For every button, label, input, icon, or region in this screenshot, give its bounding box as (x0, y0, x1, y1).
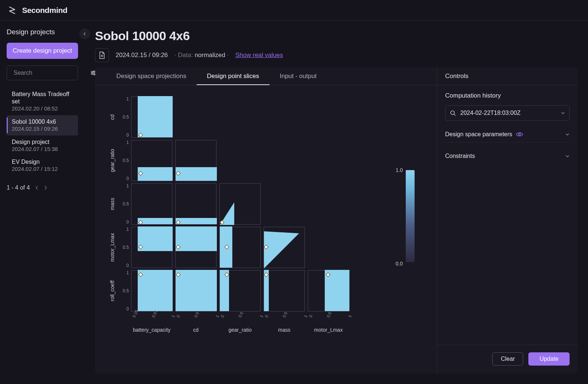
brand-logo-icon (7, 6, 17, 15)
project-search[interactable] (7, 66, 78, 80)
controls-panel: Controls Computation history 2024-02-22T… (437, 67, 578, 374)
accordion-design-params[interactable]: Design space parameters (445, 127, 570, 142)
pairplot-cell (175, 183, 216, 225)
project-date: 2024.02.20 / 08:52 (12, 105, 74, 112)
pairplot-cell (175, 140, 216, 181)
feasible-region (264, 227, 305, 268)
accordion-label: Design space parameters (445, 131, 512, 138)
colorbar-min: 0.0 (396, 261, 403, 267)
update-button[interactable]: Update (528, 352, 570, 366)
pager-range: 1 - 4 of 4 (7, 184, 30, 191)
row-axis-ticks: 10.50 (119, 183, 131, 225)
plot-panel: Design space projectionsDesign point sli… (95, 67, 437, 374)
svg-point-7 (94, 74, 95, 75)
pairplot-cell (131, 270, 172, 311)
project-date: 2024.02.07 / 15:12 (12, 166, 74, 173)
pairplot-cell (264, 140, 305, 181)
pairplot-cell (219, 270, 261, 311)
caret-down-icon (561, 112, 565, 115)
feasible-region (138, 226, 173, 251)
chevron-down-icon (565, 154, 570, 158)
brand-name: Secondmind (22, 6, 67, 15)
document-icon (99, 52, 105, 59)
sidebar-collapse-button[interactable] (80, 29, 90, 39)
project-name: Battery Mass Tradeoff set (12, 91, 74, 105)
create-project-button[interactable]: Create design project (7, 43, 78, 59)
pairplot-cell (219, 227, 261, 268)
pairplot-cell (308, 96, 349, 138)
page-title: Sobol 10000 4x6 (95, 29, 578, 43)
chevron-down-icon (565, 133, 570, 136)
search-icon (450, 110, 456, 116)
clear-button[interactable]: Clear (492, 352, 523, 366)
plot-tab[interactable]: Design point slices (197, 67, 270, 85)
row-axis-ticks: 10.50 (119, 270, 131, 311)
feasible-region (138, 167, 173, 181)
page-timestamp: 2024.02.15 / 09:26 (116, 52, 168, 59)
visibility-toggle[interactable] (516, 132, 523, 137)
chevron-right-icon (44, 186, 47, 190)
pairplot-cell (219, 183, 261, 225)
pairplot-cell (175, 270, 216, 311)
pairplot-cell (308, 227, 349, 268)
col-axis-labels: battery_capacitycdgear_ratiomassmotor_Lm… (131, 327, 356, 333)
pager-next-button[interactable] (44, 186, 47, 190)
chevron-left-icon (83, 32, 87, 36)
project-search-input[interactable] (14, 70, 87, 76)
row-axis-label: roll_coeff (106, 270, 119, 311)
feasible-region (138, 270, 173, 311)
page-meta: 2024.02.15 / 09:26 · Data: normalized · … (95, 48, 578, 62)
main-content: Sobol 10000 4x6 2024.02.15 / 09:26 · Dat… (85, 21, 588, 384)
row-axis-label: mass (106, 183, 119, 225)
feasible-region (220, 184, 261, 225)
plot-tab[interactable]: Design space projections (106, 67, 197, 85)
workspace: Design space projectionsDesign point sli… (95, 67, 578, 374)
feasible-region (176, 270, 217, 311)
row-axis-ticks: 10.50 (119, 96, 131, 138)
pairplot-cell (175, 96, 216, 138)
svg-point-5 (93, 71, 95, 72)
project-item[interactable]: Design project2024.02.07 / 15:38 (7, 135, 78, 156)
project-item[interactable]: EV Design2024.02.07 / 15:12 (7, 155, 78, 176)
pairplot-cell (131, 140, 172, 181)
document-icon-button[interactable] (95, 48, 109, 62)
accordion-label: Constraints (445, 153, 475, 159)
chevron-left-icon (35, 186, 39, 190)
pager-prev-button[interactable] (35, 186, 39, 190)
colorbar-max: 1.0 (396, 167, 403, 173)
project-list: Battery Mass Tradeoff set2024.02.20 / 08… (7, 88, 78, 176)
eye-icon (516, 132, 523, 137)
history-select[interactable]: 2024-02-22T18:03:00Z (445, 105, 570, 121)
svg-point-6 (91, 72, 93, 74)
filter-settings-button[interactable] (90, 70, 96, 76)
pairplot-cell (308, 140, 349, 181)
pairplot-grid: cd10.50gear_ratio10.50mass10.50motor_Lma… (106, 96, 356, 333)
feasible-region (138, 96, 173, 137)
history-label: Computation history (445, 92, 570, 99)
pairplot-cell (264, 270, 305, 311)
project-item[interactable]: Battery Mass Tradeoff set2024.02.20 / 08… (7, 88, 78, 115)
svg-point-14 (519, 133, 521, 135)
pairplot-cell (308, 183, 349, 225)
project-item[interactable]: Sobol 10000 4x62024.02.15 / 09:26 (7, 115, 78, 135)
plot-tab[interactable]: Input - output (270, 67, 327, 85)
feasible-region (176, 167, 217, 181)
project-date: 2024.02.15 / 09:26 (12, 126, 74, 133)
pairplot-cell (219, 140, 261, 181)
sliders-icon (90, 70, 96, 76)
show-real-values-link[interactable]: Show real values (235, 52, 283, 59)
feasible-region (138, 218, 173, 224)
sidebar-title: Design projects (7, 28, 78, 36)
pairplot-cell (219, 96, 261, 138)
pairplot-cell (264, 96, 305, 138)
project-date: 2024.02.07 / 15:38 (12, 146, 74, 153)
pairplot-cell (308, 270, 349, 311)
controls-title: Controls (437, 67, 578, 85)
accordion-constraints[interactable]: Constraints (445, 148, 570, 164)
col-axis-ticks: 0.150.57100.5100.5100.5100.51 (131, 314, 356, 320)
svg-line-13 (454, 114, 455, 116)
data-mode-static: · Data: normalized · (175, 52, 229, 59)
colorbar (406, 170, 415, 262)
pairplot-cell (131, 227, 172, 268)
plot-tabs: Design space projectionsDesign point sli… (95, 67, 437, 85)
